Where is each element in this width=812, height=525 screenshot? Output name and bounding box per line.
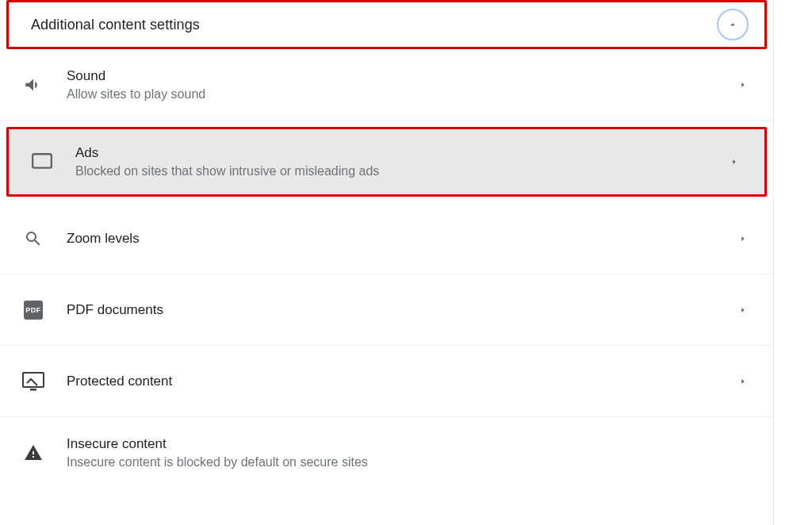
search-icon <box>22 229 44 248</box>
row-text: Zoom levels <box>67 231 713 247</box>
chevron-right-icon <box>735 306 751 314</box>
warning-icon <box>22 443 44 462</box>
row-subtitle: Insecure content is blocked by default o… <box>67 455 751 469</box>
row-title: Zoom levels <box>67 231 713 247</box>
sound-icon <box>22 75 44 95</box>
pdf-badge-label: PDF <box>24 301 43 320</box>
row-text: Protected content <box>67 374 713 389</box>
row-ads-highlight: Ads Blocked on sites that show intrusive… <box>6 127 767 197</box>
chevron-right-icon <box>735 377 751 385</box>
row-text: Insecure content Insecure content is blo… <box>67 436 751 469</box>
svg-rect-2 <box>30 389 36 391</box>
chevron-right-icon <box>735 235 751 243</box>
row-ads[interactable]: Ads Blocked on sites that show intrusive… <box>9 129 764 194</box>
chevron-up-icon <box>727 19 738 30</box>
row-title: PDF documents <box>67 302 713 318</box>
row-insecure-content[interactable]: Insecure content Insecure content is blo… <box>0 417 773 489</box>
chevron-right-icon <box>726 158 742 166</box>
row-protected-content[interactable]: Protected content <box>0 346 773 417</box>
row-subtitle: Blocked on sites that show intrusive or … <box>75 164 704 178</box>
additional-content-settings-header[interactable]: Additional content settings <box>6 0 767 49</box>
chevron-right-icon <box>735 81 751 89</box>
row-subtitle: Allow sites to play sound <box>67 87 713 102</box>
svg-rect-0 <box>33 154 52 167</box>
svg-rect-1 <box>23 373 44 387</box>
section-title: Additional content settings <box>31 17 200 33</box>
row-title: Sound <box>67 68 713 84</box>
row-text: Ads Blocked on sites that show intrusive… <box>75 145 704 178</box>
row-title: Protected content <box>67 374 713 389</box>
ads-icon <box>31 153 53 171</box>
row-zoom-levels[interactable]: Zoom levels <box>0 203 773 274</box>
row-title: Ads <box>75 145 704 161</box>
settings-panel: Additional content settings Sound Allow … <box>0 0 774 525</box>
pdf-icon: PDF <box>22 301 44 320</box>
collapse-button[interactable] <box>717 9 749 40</box>
row-sound[interactable]: Sound Allow sites to play sound <box>0 49 773 121</box>
row-title: Insecure content <box>67 436 751 452</box>
row-text: Sound Allow sites to play sound <box>67 68 713 102</box>
row-text: PDF documents <box>67 302 713 318</box>
row-pdf-documents[interactable]: PDF PDF documents <box>0 274 773 346</box>
protected-content-icon <box>22 372 44 391</box>
